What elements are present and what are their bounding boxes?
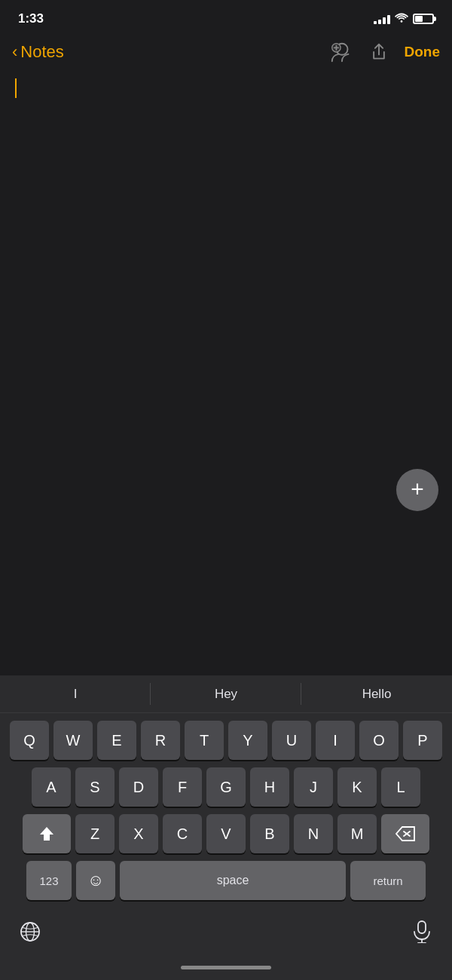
- home-bar: [181, 966, 271, 969]
- key-f[interactable]: F: [163, 767, 202, 807]
- key-a[interactable]: A: [32, 767, 71, 807]
- key-y[interactable]: Y: [228, 721, 267, 760]
- key-v[interactable]: V: [206, 814, 246, 853]
- back-chevron-icon: ‹: [12, 44, 17, 60]
- add-icon: +: [411, 478, 424, 501]
- status-bar: 1:33: [0, 0, 452, 33]
- key-k[interactable]: K: [337, 767, 377, 807]
- backspace-key[interactable]: [381, 814, 429, 853]
- emoji-key[interactable]: ☺: [76, 861, 115, 900]
- status-icons: [374, 12, 434, 26]
- key-r[interactable]: R: [141, 721, 180, 760]
- back-button[interactable]: ‹ Notes: [12, 42, 64, 62]
- key-s[interactable]: S: [75, 767, 115, 807]
- key-c[interactable]: C: [163, 814, 202, 853]
- key-u[interactable]: U: [272, 721, 311, 760]
- add-collaborator-button[interactable]: [329, 40, 353, 64]
- keyboard: I Hey Hello Q W E R T Y U I O P A S D F …: [0, 675, 452, 980]
- globe-key[interactable]: [12, 914, 48, 950]
- key-q[interactable]: Q: [10, 721, 49, 760]
- return-key[interactable]: return: [350, 861, 426, 900]
- key-p[interactable]: P: [403, 721, 442, 760]
- bottom-row: [0, 912, 452, 954]
- key-m[interactable]: M: [337, 814, 377, 853]
- note-content-area[interactable]: +: [0, 72, 452, 525]
- key-row-3: Z X C V B N M: [3, 814, 449, 853]
- key-t[interactable]: T: [185, 721, 224, 760]
- wifi-icon: [395, 12, 408, 26]
- key-w[interactable]: W: [53, 721, 93, 760]
- add-content-button[interactable]: +: [396, 469, 438, 511]
- key-l[interactable]: L: [381, 767, 420, 807]
- svg-rect-10: [418, 921, 426, 933]
- signal-icon: [374, 14, 390, 24]
- status-time: 1:33: [18, 11, 44, 26]
- predictive-item-2[interactable]: Hey: [151, 675, 301, 712]
- key-z[interactable]: Z: [75, 814, 115, 853]
- battery-icon: [413, 14, 434, 24]
- space-key[interactable]: space: [120, 861, 346, 900]
- key-row-1: Q W E R T Y U I O P: [3, 721, 449, 760]
- nav-actions: Done: [329, 40, 441, 64]
- key-row-2: A S D F G H J K L: [3, 767, 449, 807]
- back-label: Notes: [20, 42, 63, 62]
- key-b[interactable]: B: [250, 814, 289, 853]
- shift-key[interactable]: [23, 814, 71, 853]
- done-button[interactable]: Done: [405, 44, 441, 60]
- key-e[interactable]: E: [97, 721, 136, 760]
- numbers-key[interactable]: 123: [26, 861, 72, 900]
- key-j[interactable]: J: [294, 767, 333, 807]
- key-g[interactable]: G: [206, 767, 246, 807]
- predictive-item-1[interactable]: I: [0, 675, 151, 712]
- key-row-4: 123 ☺ space return: [3, 861, 449, 900]
- key-x[interactable]: X: [119, 814, 158, 853]
- share-button[interactable]: [368, 41, 389, 63]
- home-indicator: [0, 954, 452, 980]
- key-h[interactable]: H: [250, 767, 289, 807]
- key-n[interactable]: N: [294, 814, 333, 853]
- mic-key[interactable]: [404, 914, 440, 950]
- nav-bar: ‹ Notes Done: [0, 33, 452, 72]
- predictive-bar: I Hey Hello: [0, 675, 452, 713]
- text-cursor: [15, 78, 17, 98]
- key-i[interactable]: I: [316, 721, 355, 760]
- predictive-item-3[interactable]: Hello: [301, 675, 452, 712]
- svg-point-0: [401, 20, 403, 23]
- key-rows: Q W E R T Y U I O P A S D F G H J K L: [0, 713, 452, 912]
- key-o[interactable]: O: [359, 721, 399, 760]
- key-d[interactable]: D: [119, 767, 158, 807]
